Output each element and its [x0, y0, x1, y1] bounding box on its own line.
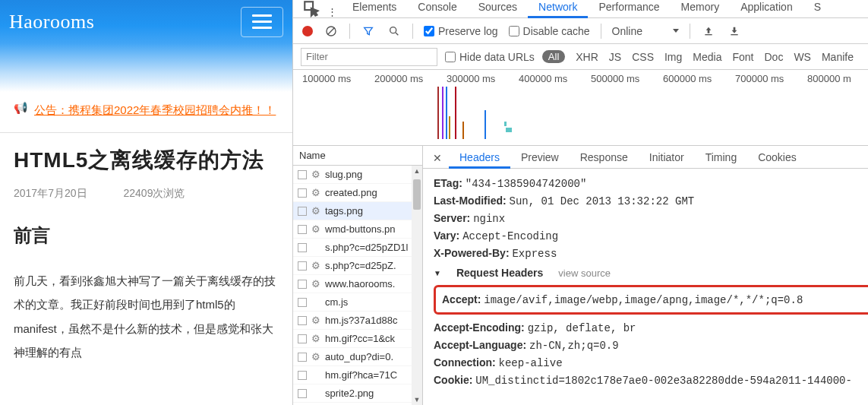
request-row[interactable]: ⚙hm.js?37a1d88c: [293, 312, 412, 330]
request-row[interactable]: ⚙created.png: [293, 184, 412, 202]
detail-tab-headers[interactable]: Headers: [449, 147, 510, 169]
request-row[interactable]: ⚙hm.gif?cc=1&ck: [293, 330, 412, 348]
megaphone-icon: 📢: [14, 100, 28, 122]
request-list-scrollbar[interactable]: ▲ ▼: [412, 166, 422, 405]
filter-type-js[interactable]: JS: [609, 51, 621, 63]
checkbox-icon: [298, 298, 307, 307]
request-headers-section[interactable]: ▼ Request Headers view source: [434, 262, 868, 282]
filter-type-media[interactable]: Media: [693, 51, 721, 63]
request-row[interactable]: sprite2.png: [293, 384, 412, 403]
scroll-down-button[interactable]: ▼: [414, 394, 421, 405]
svg-line-2: [327, 27, 334, 34]
request-row[interactable]: ⚙www.haorooms.: [293, 275, 412, 293]
download-icon[interactable]: [727, 24, 742, 39]
response-header-row: Vary: Accept-Encoding: [434, 227, 868, 245]
devtools-tab-console[interactable]: Console: [407, 0, 467, 17]
throttling-select[interactable]: Online: [612, 25, 679, 37]
record-button[interactable]: [302, 26, 313, 36]
detail-tab-cookies[interactable]: Cookies: [747, 147, 807, 168]
inspect-icon[interactable]: [302, 1, 322, 17]
detail-tab-preview[interactable]: Preview: [510, 147, 570, 168]
devtools-tab-performance[interactable]: Performance: [588, 0, 670, 17]
request-row[interactable]: ⚙wmd-buttons.pn: [293, 220, 412, 239]
request-row[interactable]: ⚙tags.png: [293, 202, 412, 220]
timeline-tick: 300000 ms: [447, 73, 519, 84]
request-name: sprite2.png: [325, 388, 374, 399]
filter-type-css[interactable]: CSS: [632, 51, 654, 63]
detail-tab-initiator[interactable]: Initiator: [639, 147, 695, 168]
clear-icon[interactable]: [324, 24, 339, 39]
gear-icon: ⚙: [311, 261, 321, 271]
request-name: www.haorooms.: [325, 278, 395, 290]
disable-cache-checkbox[interactable]: Disable cache: [509, 25, 590, 37]
view-source-link[interactable]: view source: [558, 267, 611, 279]
filter-type-img[interactable]: Img: [664, 51, 682, 63]
gear-icon: ⚙: [311, 188, 321, 198]
request-row[interactable]: cm.js: [293, 293, 412, 312]
checkbox-icon: [298, 371, 307, 380]
detail-tab-timing[interactable]: Timing: [695, 147, 748, 168]
filter-type-doc[interactable]: Doc: [764, 51, 783, 63]
headers-panel: ETag: "434-1385904742000"Last-Modified: …: [423, 169, 868, 405]
checkbox-icon: [298, 316, 307, 325]
article-views: 22409次浏览: [124, 187, 185, 201]
website-panel: Haorooms 📢 公告：携程集团2022年春季校园招聘会内推！！ HTML5…: [0, 0, 293, 405]
close-detail-button[interactable]: ✕: [429, 152, 446, 168]
request-row[interactable]: ⚙auto_dup?di=0.: [293, 348, 412, 366]
request-name: tags.png: [325, 205, 363, 217]
devtools-tab-s[interactable]: S: [803, 0, 832, 17]
site-title[interactable]: Haorooms: [9, 11, 94, 33]
response-header-row: ETag: "434-1385904742000": [434, 175, 868, 192]
devtools-tabs: ⋮ ElementsConsoleSourcesNetworkPerforman…: [293, 0, 868, 18]
filter-type-ws[interactable]: WS: [794, 51, 811, 63]
notice-bar: 📢 公告：携程集团2022年春季校园招聘会内推！！: [0, 92, 292, 133]
network-main: Name ⚙slug.png⚙created.png⚙tags.png⚙wmd-…: [293, 146, 868, 405]
name-column-header[interactable]: Name: [293, 146, 422, 166]
request-name: cm.js: [325, 296, 348, 308]
checkbox-icon: [298, 188, 307, 198]
request-row[interactable]: ⚙slug.png: [293, 166, 412, 184]
gear-icon: ⚙: [311, 334, 321, 344]
kebab-menu-icon[interactable]: ⋮: [324, 6, 340, 17]
request-header-row: Accept-Encoding: gzip, deflate, br: [434, 319, 868, 337]
hide-data-urls-checkbox[interactable]: Hide data URLs: [445, 51, 535, 63]
request-name: created.png: [325, 187, 377, 198]
checkbox-icon: [298, 353, 307, 362]
request-name: hm.gif?cc=1&ck: [325, 333, 395, 344]
devtools-tab-memory[interactable]: Memory: [671, 0, 731, 17]
devtools-tab-network[interactable]: Network: [528, 0, 588, 18]
menu-toggle-button[interactable]: [241, 7, 283, 37]
request-name: s.php?c=d25pZ.: [325, 260, 396, 271]
request-row[interactable]: hm.gif?hca=71C: [293, 366, 412, 384]
request-name: hm.js?37a1d88c: [325, 315, 397, 326]
filter-type-font[interactable]: Font: [732, 51, 753, 63]
checkbox-icon: [298, 243, 307, 252]
filter-type-all[interactable]: All: [542, 50, 565, 63]
scroll-up-button[interactable]: ▲: [414, 166, 421, 176]
article-subheading: 前言: [14, 223, 279, 248]
request-row[interactable]: ⚙s.php?c=d25pZ.: [293, 257, 412, 275]
devtools-tab-elements[interactable]: Elements: [342, 0, 407, 17]
filter-input[interactable]: [301, 48, 437, 66]
response-header-row: X-Powered-By: Express: [434, 245, 868, 262]
filter-type-xhr[interactable]: XHR: [576, 51, 598, 63]
article-title: HTML5之离线缓存的方法: [14, 147, 279, 173]
filter-icon[interactable]: [361, 24, 376, 39]
devtools-tab-application[interactable]: Application: [730, 0, 803, 17]
request-header-row: Connection: keep-alive: [434, 354, 868, 372]
checkbox-icon: [298, 280, 307, 289]
checkbox-icon: [298, 170, 307, 179]
upload-icon[interactable]: [701, 24, 716, 39]
network-toolbar: Preserve log Disable cache Online: [293, 18, 868, 44]
preserve-log-checkbox[interactable]: Preserve log: [424, 25, 498, 37]
scroll-thumb[interactable]: [413, 179, 421, 210]
file-icon: [311, 370, 321, 381]
devtools-tab-sources[interactable]: Sources: [468, 0, 528, 17]
search-icon[interactable]: [387, 24, 402, 39]
detail-tab-response[interactable]: Response: [570, 147, 639, 168]
filter-type-manife[interactable]: Manife: [822, 51, 854, 63]
request-row[interactable]: s.php?c=d25pZD1l: [293, 239, 412, 257]
svg-point-3: [390, 27, 396, 33]
notice-link[interactable]: 公告：携程集团2022年春季校园招聘会内推！！: [34, 100, 276, 122]
network-timeline[interactable]: 100000 ms200000 ms300000 ms400000 ms5000…: [293, 70, 868, 146]
